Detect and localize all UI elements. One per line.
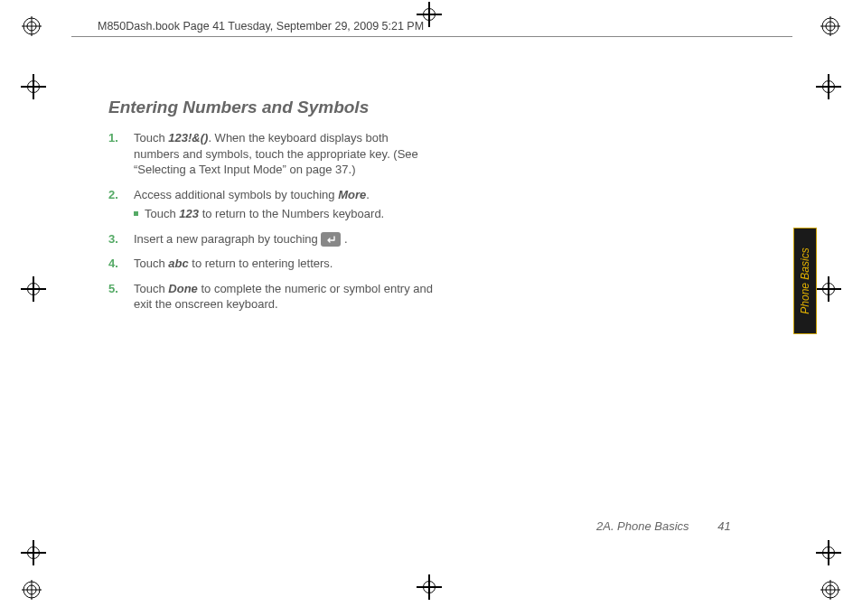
- keyboard-key-label: 123!&(): [168, 131, 208, 145]
- step-text: .: [344, 232, 348, 246]
- step-item: 4. Touch abc to return to entering lette…: [108, 256, 434, 272]
- keyboard-key-label: More: [338, 188, 366, 201]
- keyboard-key-label: Done: [168, 282, 198, 295]
- step-text: to return to the Numbers keyboard.: [199, 207, 384, 220]
- step-text: Touch: [134, 131, 168, 145]
- step-number: 1.: [108, 130, 118, 146]
- step-item: 5. Touch Done to complete the numeric or…: [108, 281, 434, 313]
- step-item: 2. Access additional symbols by touching…: [108, 187, 434, 222]
- steps-list: 1. Touch 123!&(). When the keyboard disp…: [108, 130, 434, 313]
- step-number: 3.: [108, 231, 118, 247]
- document-path: M850Dash.book Page 41 Tuesday, September…: [98, 20, 424, 33]
- cropmark-icon: [24, 78, 42, 96]
- sub-step: Touch 123 to return to the Numbers keybo…: [134, 206, 434, 222]
- footer-page-number: 41: [717, 519, 730, 533]
- content-block: Entering Numbers and Symbols 1. Touch 12…: [108, 98, 434, 322]
- step-text: Insert a new paragraph by touching: [134, 232, 321, 246]
- keyboard-key-label: abc: [168, 257, 188, 270]
- cropmark-icon: [24, 544, 42, 562]
- regmark-icon: [22, 580, 42, 600]
- step-text: Touch: [134, 282, 168, 295]
- cropmark-icon: [820, 78, 838, 96]
- footer-section: 2A. Phone Basics: [596, 519, 689, 533]
- step-text: to return to entering letters.: [189, 257, 333, 270]
- step-text: Touch: [134, 257, 168, 270]
- return-key-icon: [321, 232, 341, 247]
- header-rule: [71, 36, 792, 37]
- cropmark-icon: [420, 578, 438, 596]
- section-title: Entering Numbers and Symbols: [108, 98, 434, 117]
- section-tab: Phone Basics: [793, 228, 817, 334]
- regmark-icon: [820, 580, 840, 600]
- step-number: 2.: [108, 187, 118, 203]
- cropmark-icon: [820, 544, 838, 562]
- step-item: 1. Touch 123!&(). When the keyboard disp…: [108, 130, 434, 178]
- page-footer: 2A. Phone Basics 41: [596, 519, 731, 533]
- cropmark-icon: [820, 280, 838, 298]
- cropmark-icon: [24, 280, 42, 298]
- step-number: 4.: [108, 256, 118, 272]
- regmark-icon: [820, 16, 840, 36]
- keyboard-key-label: 123: [179, 207, 199, 220]
- regmark-icon: [22, 16, 42, 36]
- step-item: 3. Insert a new paragraph by touching .: [108, 231, 434, 247]
- section-tab-label: Phone Basics: [799, 247, 811, 313]
- step-text: .: [366, 188, 370, 201]
- step-text: Touch: [145, 207, 179, 220]
- step-number: 5.: [108, 281, 118, 297]
- step-text: Access additional symbols by touching: [134, 188, 338, 201]
